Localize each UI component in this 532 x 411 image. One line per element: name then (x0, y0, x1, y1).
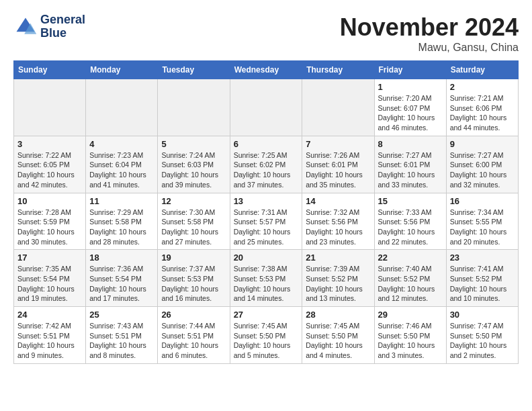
calendar-cell: 10Sunrise: 7:28 AM Sunset: 5:59 PM Dayli… (14, 193, 86, 250)
calendar-cell: 15Sunrise: 7:33 AM Sunset: 5:56 PM Dayli… (374, 193, 446, 250)
calendar-cell: 22Sunrise: 7:40 AM Sunset: 5:52 PM Dayli… (374, 250, 446, 307)
logo-text: General Blue (40, 13, 85, 40)
calendar-cell: 11Sunrise: 7:29 AM Sunset: 5:58 PM Dayli… (86, 193, 158, 250)
calendar-cell: 4Sunrise: 7:23 AM Sunset: 6:04 PM Daylig… (86, 136, 158, 193)
day-number: 11 (89, 196, 154, 206)
day-info: Sunrise: 7:46 AM Sunset: 5:50 PM Dayligh… (378, 321, 443, 361)
day-number: 23 (450, 253, 515, 263)
day-number: 20 (234, 253, 299, 263)
calendar-cell: 6Sunrise: 7:25 AM Sunset: 6:02 PM Daylig… (230, 136, 302, 193)
weekday-header-row: SundayMondayTuesdayWednesdayThursdayFrid… (14, 61, 519, 79)
calendar-cell (86, 79, 158, 136)
day-number: 8 (378, 139, 443, 149)
calendar-cell: 5Sunrise: 7:24 AM Sunset: 6:03 PM Daylig… (158, 136, 230, 193)
calendar-cell: 20Sunrise: 7:38 AM Sunset: 5:53 PM Dayli… (230, 250, 302, 307)
calendar-cell: 27Sunrise: 7:45 AM Sunset: 5:50 PM Dayli… (230, 307, 302, 364)
day-info: Sunrise: 7:40 AM Sunset: 5:52 PM Dayligh… (378, 264, 443, 304)
calendar-week-4: 17Sunrise: 7:35 AM Sunset: 5:54 PM Dayli… (14, 250, 519, 307)
day-number: 19 (161, 253, 226, 263)
calendar-cell: 19Sunrise: 7:37 AM Sunset: 5:53 PM Dayli… (158, 250, 230, 307)
day-info: Sunrise: 7:47 AM Sunset: 5:50 PM Dayligh… (450, 321, 515, 361)
day-info: Sunrise: 7:32 AM Sunset: 5:56 PM Dayligh… (306, 208, 370, 247)
day-number: 10 (17, 196, 82, 206)
day-number: 18 (89, 253, 154, 263)
calendar-cell (158, 79, 230, 136)
calendar-cell: 28Sunrise: 7:45 AM Sunset: 5:50 PM Dayli… (302, 307, 374, 364)
calendar-cell: 26Sunrise: 7:44 AM Sunset: 5:51 PM Dayli… (158, 307, 230, 364)
day-info: Sunrise: 7:26 AM Sunset: 6:01 PM Dayligh… (306, 150, 370, 190)
location: Mawu, Gansu, China (340, 42, 519, 54)
calendar-cell: 24Sunrise: 7:42 AM Sunset: 5:51 PM Dayli… (14, 307, 86, 364)
day-number: 22 (378, 253, 443, 263)
calendar-cell: 30Sunrise: 7:47 AM Sunset: 5:50 PM Dayli… (446, 307, 518, 364)
day-info: Sunrise: 7:23 AM Sunset: 6:04 PM Dayligh… (89, 150, 154, 190)
logo: General Blue (13, 13, 85, 40)
calendar-cell: 8Sunrise: 7:27 AM Sunset: 6:01 PM Daylig… (374, 136, 446, 193)
day-info: Sunrise: 7:41 AM Sunset: 5:52 PM Dayligh… (450, 264, 515, 304)
calendar-table: SundayMondayTuesdayWednesdayThursdayFrid… (13, 60, 519, 364)
month-title: November 2024 (340, 13, 519, 42)
calendar-cell: 2Sunrise: 7:21 AM Sunset: 6:06 PM Daylig… (446, 79, 518, 136)
day-number: 28 (306, 310, 370, 320)
day-info: Sunrise: 7:43 AM Sunset: 5:51 PM Dayligh… (89, 321, 154, 361)
day-info: Sunrise: 7:27 AM Sunset: 6:01 PM Dayligh… (378, 150, 443, 190)
day-number: 1 (378, 82, 443, 92)
day-info: Sunrise: 7:36 AM Sunset: 5:54 PM Dayligh… (89, 264, 154, 304)
day-number: 2 (450, 82, 515, 92)
day-info: Sunrise: 7:22 AM Sunset: 6:05 PM Dayligh… (17, 150, 82, 190)
day-info: Sunrise: 7:38 AM Sunset: 5:53 PM Dayligh… (234, 264, 299, 304)
day-number: 26 (161, 310, 226, 320)
day-info: Sunrise: 7:27 AM Sunset: 6:00 PM Dayligh… (450, 150, 515, 190)
weekday-header-friday: Friday (374, 61, 446, 79)
weekday-header-saturday: Saturday (446, 61, 518, 79)
day-number: 17 (17, 253, 82, 263)
day-number: 12 (161, 196, 226, 206)
day-number: 29 (378, 310, 443, 320)
day-info: Sunrise: 7:31 AM Sunset: 5:57 PM Dayligh… (234, 208, 299, 247)
day-number: 5 (161, 139, 226, 149)
day-info: Sunrise: 7:24 AM Sunset: 6:03 PM Dayligh… (161, 150, 226, 190)
day-info: Sunrise: 7:44 AM Sunset: 5:51 PM Dayligh… (161, 321, 226, 361)
day-number: 27 (234, 310, 299, 320)
day-number: 6 (234, 139, 299, 149)
day-info: Sunrise: 7:30 AM Sunset: 5:58 PM Dayligh… (161, 208, 226, 247)
calendar-cell: 29Sunrise: 7:46 AM Sunset: 5:50 PM Dayli… (374, 307, 446, 364)
weekday-header-sunday: Sunday (14, 61, 86, 79)
calendar-cell: 13Sunrise: 7:31 AM Sunset: 5:57 PM Dayli… (230, 193, 302, 250)
calendar-cell: 23Sunrise: 7:41 AM Sunset: 5:52 PM Dayli… (446, 250, 518, 307)
day-number: 13 (234, 196, 299, 206)
calendar-cell: 17Sunrise: 7:35 AM Sunset: 5:54 PM Dayli… (14, 250, 86, 307)
day-number: 21 (306, 253, 370, 263)
day-info: Sunrise: 7:45 AM Sunset: 5:50 PM Dayligh… (234, 321, 299, 361)
calendar-cell: 14Sunrise: 7:32 AM Sunset: 5:56 PM Dayli… (302, 193, 374, 250)
calendar-week-2: 3Sunrise: 7:22 AM Sunset: 6:05 PM Daylig… (14, 136, 519, 193)
logo-icon (13, 15, 38, 39)
calendar-week-5: 24Sunrise: 7:42 AM Sunset: 5:51 PM Dayli… (14, 307, 519, 364)
calendar-cell: 9Sunrise: 7:27 AM Sunset: 6:00 PM Daylig… (446, 136, 518, 193)
day-number: 25 (89, 310, 154, 320)
weekday-header-thursday: Thursday (302, 61, 374, 79)
day-info: Sunrise: 7:21 AM Sunset: 6:06 PM Dayligh… (450, 93, 515, 133)
day-number: 30 (450, 310, 515, 320)
day-number: 14 (306, 196, 370, 206)
calendar-cell: 12Sunrise: 7:30 AM Sunset: 5:58 PM Dayli… (158, 193, 230, 250)
day-info: Sunrise: 7:37 AM Sunset: 5:53 PM Dayligh… (161, 264, 226, 304)
day-info: Sunrise: 7:20 AM Sunset: 6:07 PM Dayligh… (378, 93, 443, 133)
day-info: Sunrise: 7:25 AM Sunset: 6:02 PM Dayligh… (234, 150, 299, 190)
day-info: Sunrise: 7:42 AM Sunset: 5:51 PM Dayligh… (17, 321, 82, 361)
day-number: 3 (17, 139, 82, 149)
day-info: Sunrise: 7:33 AM Sunset: 5:56 PM Dayligh… (378, 208, 443, 247)
day-info: Sunrise: 7:35 AM Sunset: 5:54 PM Dayligh… (17, 264, 82, 304)
day-number: 15 (378, 196, 443, 206)
page-header: General Blue November 2024 Mawu, Gansu, … (13, 13, 519, 54)
day-number: 16 (450, 196, 515, 206)
day-number: 4 (89, 139, 154, 149)
calendar-cell: 21Sunrise: 7:39 AM Sunset: 5:52 PM Dayli… (302, 250, 374, 307)
calendar-cell: 7Sunrise: 7:26 AM Sunset: 6:01 PM Daylig… (302, 136, 374, 193)
calendar-cell: 25Sunrise: 7:43 AM Sunset: 5:51 PM Dayli… (86, 307, 158, 364)
weekday-header-tuesday: Tuesday (158, 61, 230, 79)
title-block: November 2024 Mawu, Gansu, China (340, 13, 519, 54)
calendar-week-1: 1Sunrise: 7:20 AM Sunset: 6:07 PM Daylig… (14, 79, 519, 136)
weekday-header-monday: Monday (86, 61, 158, 79)
day-info: Sunrise: 7:29 AM Sunset: 5:58 PM Dayligh… (89, 208, 154, 247)
